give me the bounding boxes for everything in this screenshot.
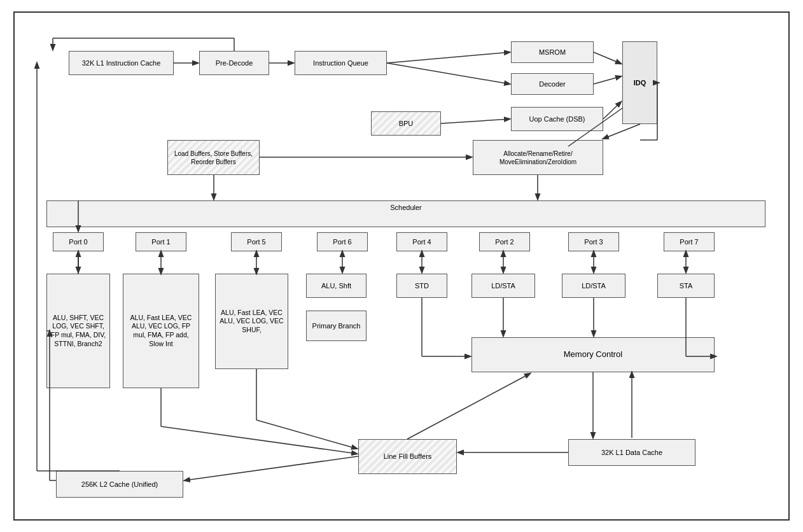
l1-dcache-box: 32K L1 Data Cache <box>568 439 695 466</box>
svg-line-45 <box>256 420 357 449</box>
decoder-box: Decoder <box>511 73 594 95</box>
svg-line-2 <box>387 52 510 63</box>
scheduler-label: Scheduler <box>390 204 422 211</box>
memory-control-box: Memory Control <box>471 337 715 372</box>
port4-box: Port 4 <box>396 232 447 251</box>
bpu-box: BPU <box>371 111 441 136</box>
port3-units-box: LD/STA <box>562 274 625 298</box>
predecode-box: Pre-Decode <box>199 51 269 75</box>
uop-cache-box: Uop Cache (DSB) <box>511 107 603 131</box>
svg-line-48 <box>407 374 530 439</box>
port5-box: Port 5 <box>231 232 282 251</box>
port7-box: Port 7 <box>664 232 715 251</box>
svg-line-7 <box>441 119 510 123</box>
alloc-rename-box: Allocate/Rename/Retire/ MoveElimination/… <box>473 140 603 175</box>
svg-line-3 <box>387 63 510 84</box>
port5-units-box: ALU, Fast LEA, VEC ALU, VEC LOG, VEC SHU… <box>215 274 288 369</box>
port7-units-box: STA <box>657 274 715 298</box>
scheduler-box: Scheduler <box>46 200 765 227</box>
port6-box: Port 6 <box>317 232 368 251</box>
cpu-diagram: 32K L1 Instruction Cache Pre-Decode Inst… <box>13 11 790 521</box>
idq-box: IDQ <box>622 41 657 124</box>
port0-units-box: ALU, SHFT, VEC LOG, VEC SHFT, FP mul, FM… <box>46 274 110 388</box>
instr-queue-box: Instruction Queue <box>295 51 387 75</box>
svg-line-40 <box>185 456 358 480</box>
port1-units-box: ALU, Fast LEA, VEC ALU, VEC LOG, FP mul,… <box>123 274 199 388</box>
port1-box: Port 1 <box>136 232 186 251</box>
svg-line-8 <box>603 124 640 139</box>
line-fill-buffers-box: Line Fill Buffers <box>358 439 457 474</box>
port4-units-box: STD <box>396 274 447 298</box>
svg-line-47 <box>161 426 357 454</box>
svg-line-6 <box>603 102 621 119</box>
port2-units-box: LD/STA <box>471 274 535 298</box>
port6-units-box: ALU, Shft <box>306 274 367 298</box>
svg-line-4 <box>594 52 621 64</box>
port3-box: Port 3 <box>568 232 619 251</box>
l2-cache-box: 256K L2 Cache (Unified) <box>56 471 183 498</box>
load-store-reorder-box: Load Buffers, Store Buffers, Reorder Buf… <box>167 140 260 175</box>
port0-box: Port 0 <box>53 232 104 251</box>
msrom-box: MSROM <box>511 41 594 63</box>
primary-branch-box: Primary Branch <box>306 311 367 341</box>
svg-line-5 <box>594 76 621 84</box>
port2-box: Port 2 <box>479 232 530 251</box>
l1-icache-box: 32K L1 Instruction Cache <box>69 51 174 75</box>
